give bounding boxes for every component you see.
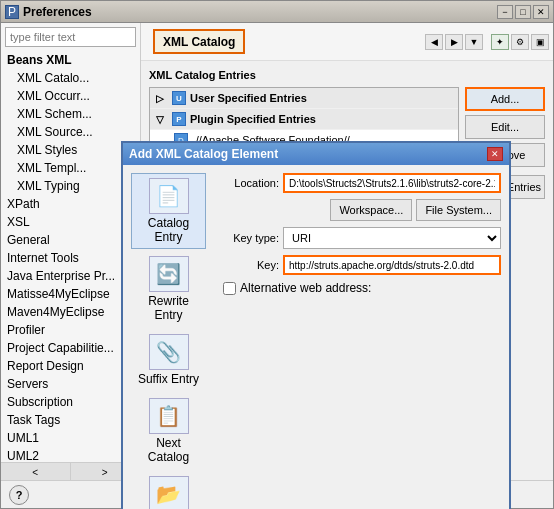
xml-catalog-title: XML Catalog (163, 35, 235, 49)
dialog-left-nav: 📄 Catalog Entry 🔄 Rewrite Entry 📎 Suffix… (131, 173, 211, 509)
key-type-label: Key type: (219, 232, 279, 244)
sidebar-tree: Beans XMLXML Catalo...XML Occurr...XML S… (1, 51, 140, 462)
nav-suffix-entry[interactable]: 📎 Suffix Entry (131, 329, 206, 391)
sidebar-item-beans-xml[interactable]: Beans XML (1, 51, 140, 69)
dialog-title-bar: Add XML Catalog Element ✕ (123, 143, 509, 165)
rewrite-entry-label: Rewrite Entry (134, 294, 203, 322)
sidebar-item-xml-schem---[interactable]: XML Schem... (1, 105, 140, 123)
user-specified-label: User Specified Entries (190, 92, 307, 104)
expand-plugin-icon: ▽ (156, 114, 164, 125)
add-button[interactable]: Add... (465, 87, 545, 111)
toolbar-icon2[interactable]: ⚙ (511, 34, 529, 50)
sidebar-item-xml-occurr---[interactable]: XML Occurr... (1, 87, 140, 105)
location-input[interactable] (283, 173, 501, 193)
toolbar-forward[interactable]: ▶ (445, 34, 463, 50)
list-group-plugin: ▽ P Plugin Specified Entries (150, 109, 458, 130)
sidebar-item-maven4myeclipse[interactable]: Maven4MyEclipse (1, 303, 140, 321)
nav-delegate-catalog[interactable]: 📂 Delegate Catalog (131, 471, 206, 509)
sidebar-item-xml-source---[interactable]: XML Source... (1, 123, 140, 141)
app-icon: P (5, 5, 19, 19)
file-system-button[interactable]: File System... (416, 199, 501, 221)
main-window: P Preferences − □ ✕ Beans XMLXML Catalo.… (0, 0, 554, 509)
toolbar-dropdown[interactable]: ▼ (465, 34, 483, 50)
xml-catalog-header: XML Catalog (153, 29, 245, 54)
location-row: Location: (219, 173, 501, 193)
toolbar-icon3[interactable]: ▣ (531, 34, 549, 50)
workspace-button[interactable]: Workspace... (330, 199, 412, 221)
dialog-close-button[interactable]: ✕ (487, 147, 503, 161)
key-type-select[interactable]: URI Public ID System ID (283, 227, 501, 249)
catalog-entries-title: XML Catalog Entries (149, 69, 545, 81)
maximize-button[interactable]: □ (515, 5, 531, 19)
rewrite-entry-icon: 🔄 (149, 256, 189, 292)
alt-web-label: Alternative web address: (240, 281, 371, 295)
plugin-specified-label: Plugin Specified Entries (190, 113, 316, 125)
sidebar-item-xml-styles[interactable]: XML Styles (1, 141, 140, 159)
minimize-button[interactable]: − (497, 5, 513, 19)
user-group-icon: U (172, 91, 186, 105)
nav-rewrite-entry[interactable]: 🔄 Rewrite Entry (131, 251, 206, 327)
toolbar-back[interactable]: ◀ (425, 34, 443, 50)
catalog-entry-label: Catalog Entry (134, 216, 203, 244)
sidebar-item-profiler[interactable]: Profiler (1, 321, 140, 339)
key-input[interactable] (283, 255, 501, 275)
sidebar-item-xsl[interactable]: XSL (1, 213, 140, 231)
suffix-entry-label: Suffix Entry (138, 372, 199, 386)
next-catalog-label: Next Catalog (134, 436, 203, 464)
location-label: Location: (219, 177, 279, 189)
next-catalog-icon: 📋 (149, 398, 189, 434)
dialog-form: Location: Workspace... File System... Ke… (219, 173, 501, 509)
workspace-row: Workspace... File System... (219, 199, 501, 221)
sidebar-item-uml2[interactable]: UML2 (1, 447, 140, 462)
help-button[interactable]: ? (9, 485, 29, 505)
sidebar-item-java-enterprise-pr---[interactable]: Java Enterprise Pr... (1, 267, 140, 285)
expand-user-icon: ▷ (156, 93, 164, 104)
title-bar: P Preferences − □ ✕ (1, 1, 553, 23)
toolbar-icon1[interactable]: ✦ (491, 34, 509, 50)
dialog-title: Add XML Catalog Element (129, 147, 278, 161)
nav-catalog-entry[interactable]: 📄 Catalog Entry (131, 173, 206, 249)
delegate-catalog-icon: 📂 (149, 476, 189, 509)
alt-web-checkbox[interactable] (223, 282, 236, 295)
filter-input[interactable] (5, 27, 136, 47)
sidebar-item-xpath[interactable]: XPath (1, 195, 140, 213)
key-label: Key: (219, 259, 279, 271)
key-row: Key: (219, 255, 501, 275)
sidebar-item-report-design[interactable]: Report Design (1, 357, 140, 375)
sidebar-item-uml1[interactable]: UML1 (1, 429, 140, 447)
sidebar-nav-left[interactable]: < (1, 463, 71, 480)
suffix-entry-icon: 📎 (149, 334, 189, 370)
sidebar-item-internet-tools[interactable]: Internet Tools (1, 249, 140, 267)
nav-next-catalog[interactable]: 📋 Next Catalog (131, 393, 206, 469)
sidebar-item-general[interactable]: General (1, 231, 140, 249)
add-xml-catalog-dialog: Add XML Catalog Element ✕ 📄 Catalog Entr… (121, 141, 511, 509)
list-group-user: ▷ U User Specified Entries (150, 88, 458, 109)
sidebar-item-matisse4myeclipse[interactable]: Matisse4MyEclipse (1, 285, 140, 303)
close-window-button[interactable]: ✕ (533, 5, 549, 19)
sidebar-item-xml-catalo---[interactable]: XML Catalo... (1, 69, 140, 87)
sidebar: Beans XMLXML Catalo...XML Occurr...XML S… (1, 23, 141, 480)
sidebar-item-subscription[interactable]: Subscription (1, 393, 140, 411)
catalog-entry-icon: 📄 (149, 178, 189, 214)
sidebar-item-servers[interactable]: Servers (1, 375, 140, 393)
alt-web-row: Alternative web address: (223, 281, 501, 295)
sidebar-item-task-tags[interactable]: Task Tags (1, 411, 140, 429)
key-type-row: Key type: URI Public ID System ID (219, 227, 501, 249)
sidebar-item-xml-templ---[interactable]: XML Templ... (1, 159, 140, 177)
plugin-group-icon: P (172, 112, 186, 126)
sidebar-item-xml-typing[interactable]: XML Typing (1, 177, 140, 195)
window-title: Preferences (23, 5, 92, 19)
edit-button[interactable]: Edit... (465, 115, 545, 139)
sidebar-item-project-capabilitie---[interactable]: Project Capabilitie... (1, 339, 140, 357)
dialog-body: 📄 Catalog Entry 🔄 Rewrite Entry 📎 Suffix… (123, 165, 509, 509)
